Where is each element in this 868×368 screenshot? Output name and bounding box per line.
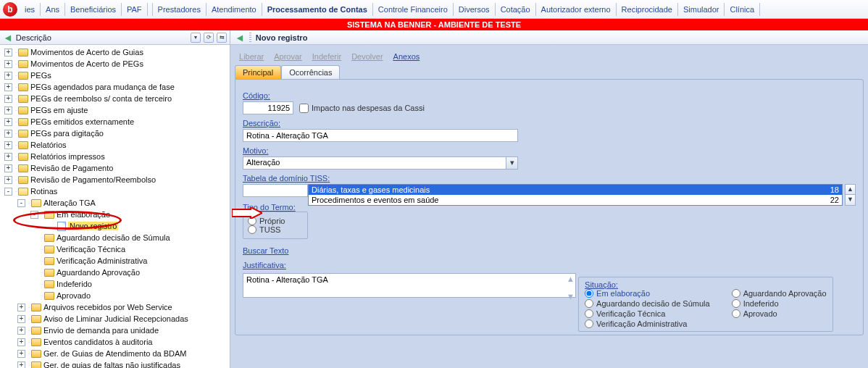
checkbox-impacto-box[interactable]	[299, 104, 309, 113]
tree-row[interactable]: +···PEGs emitidos externamente	[1, 116, 230, 127]
combo-motivo[interactable]: Alteração ▾	[243, 156, 518, 170]
menu-item[interactable]: ies	[22, 4, 38, 15]
tree-row[interactable]: +···Eventos candidatos à auditoria	[1, 336, 230, 348]
menu-item[interactable]: Reciprocidade	[619, 4, 675, 15]
textarea-down-icon[interactable]: ▼	[567, 292, 575, 301]
tree-expander[interactable]: +	[17, 338, 25, 346]
tree-row[interactable]: +···PEGs	[1, 70, 230, 81]
menu-item[interactable]: Ans	[43, 4, 62, 15]
tree-expander[interactable]: +	[4, 49, 12, 57]
dropdown-option[interactable]: Procedimentos e eventos em saúde 22	[309, 195, 842, 205]
tree-expander	[30, 280, 38, 288]
tree-row[interactable]: +···Revisão de Pagamento/Reembolso	[1, 174, 230, 185]
tree-label: Ger. de Guias de Atendimento da BDAM	[43, 349, 187, 358]
tree-row[interactable]: +···Aviso de Liminar Judicial Recepciona…	[1, 313, 230, 325]
tree-row[interactable]: -···Rotinas	[1, 185, 230, 197]
tab-ocorrencias[interactable]: Ocorrências	[281, 65, 340, 79]
nav-tree[interactable]: +···Movimentos de Acerto de Guias+···Mov…	[0, 45, 230, 368]
radio-aprovado[interactable]: Aprovado	[732, 309, 827, 318]
menu-item-active[interactable]: Processamento de Contas	[264, 4, 370, 15]
tree-connector: ···	[28, 317, 30, 321]
action-anexos[interactable]: Anexos	[393, 52, 420, 61]
tree-row[interactable]: ···Indeferido	[1, 278, 230, 290]
tree-expander[interactable]: +	[4, 176, 12, 184]
tree-row[interactable]: +···Relatórios impressos	[1, 151, 230, 162]
tree-expander[interactable]: +	[4, 95, 12, 103]
tree-row[interactable]: +···Envio de demanda para unidade	[1, 325, 230, 336]
menu-item[interactable]: Diversos	[456, 4, 493, 15]
menu-item[interactable]: Atendimento	[209, 4, 259, 15]
tree-row[interactable]: +···PEGs de reembolso s/ conta de tercei…	[1, 93, 230, 104]
radio-indeferido[interactable]: Indeferido	[732, 299, 827, 308]
dropdown-tiss[interactable]: Diárias, taxas e gases medicinais 18 Pro…	[308, 184, 843, 206]
form-title: Novo registro	[256, 33, 308, 42]
tree-expander[interactable]: +	[4, 130, 12, 138]
tree-row[interactable]: -···Em elaboração	[1, 209, 230, 220]
menu-item[interactable]: PAF	[124, 4, 145, 15]
checkbox-impacto[interactable]: Impacto nas despesas da Cassi	[299, 104, 425, 113]
tab-principal[interactable]: Principal	[235, 65, 281, 79]
radio-tuss[interactable]: TUSS	[248, 225, 303, 234]
tree-row[interactable]: ···Aguardando decisão de Súmula	[1, 232, 230, 243]
tree-row[interactable]: ···Aguardando Aprovação	[1, 267, 230, 278]
menu-item[interactable]: Beneficiários	[67, 4, 119, 15]
tree-expander[interactable]: +	[17, 304, 25, 311]
menu-item[interactable]: Controle Financeiro	[375, 4, 451, 15]
tree-row[interactable]: ···Verificação Administrativa	[1, 255, 230, 267]
tree-row[interactable]: +···Movimentos de Acerto de Guias	[1, 46, 230, 58]
input-tiss-code[interactable]	[243, 184, 308, 197]
tree-expander[interactable]: +	[17, 350, 25, 358]
tree-row[interactable]: +···Arquivos recebidos por Web Service	[1, 301, 230, 313]
dropdown-option[interactable]: Diárias, taxas e gases medicinais 18	[309, 185, 842, 195]
tree-expander[interactable]: +	[4, 83, 12, 91]
tree-row[interactable]: +···PEGs em ajuste	[1, 104, 230, 116]
tree-expander[interactable]: +	[4, 106, 12, 114]
tree-row[interactable]: ···Novo registro	[1, 220, 230, 232]
tree-expander[interactable]: +	[4, 72, 12, 80]
tree-expander[interactable]: -	[30, 211, 38, 219]
tree-expander[interactable]: +	[4, 153, 12, 161]
tree-expander[interactable]: +	[4, 141, 12, 149]
radio-em-elaboracao[interactable]: Em elaboração	[585, 289, 710, 298]
tree-row[interactable]: +···PEGs agendados para mudança de fase	[1, 81, 230, 93]
tiss-up-button[interactable]: ▲	[845, 184, 856, 195]
radio-aguardando-aprov[interactable]: Aguardando Aprovação	[732, 289, 827, 298]
textarea-up-icon[interactable]: ▲	[567, 275, 575, 283]
link-buscar-texto[interactable]: Buscar Texto	[243, 246, 288, 255]
menu-item[interactable]: Cotação	[498, 4, 533, 15]
radio-verif-admin[interactable]: Verificação Administrativa	[585, 319, 710, 328]
tree-row[interactable]: ···Verificação Técnica	[1, 243, 230, 255]
tree-row[interactable]: +···PEGs para digitação	[1, 127, 230, 139]
nav-back-icon[interactable]: ◄	[3, 33, 13, 43]
tree-expander[interactable]: +	[17, 361, 25, 369]
radio-verif-tecnica[interactable]: Verificação Técnica	[585, 309, 710, 318]
tree-row[interactable]: +···Ger. de Guias de Atendimento da BDAM	[1, 348, 230, 359]
tree-row[interactable]: -···Alteração TGA	[1, 197, 230, 209]
tree-row[interactable]: +···Ger. de guias de faltas não justific…	[1, 359, 230, 368]
tree-expander[interactable]: +	[17, 327, 25, 335]
input-codigo[interactable]	[243, 101, 293, 114]
tree-expander[interactable]: +	[17, 315, 25, 323]
radio-aguardando-sumula[interactable]: Aguardando decisão de Súmula	[585, 299, 710, 308]
tree-expander[interactable]: +	[4, 164, 12, 172]
tree-row[interactable]: +···Relatórios	[1, 139, 230, 151]
tree-expander[interactable]: -	[17, 199, 25, 207]
panel-tool-collapse[interactable]: ⇆	[217, 33, 227, 43]
menu-item[interactable]: Simulador	[680, 4, 722, 15]
menu-item[interactable]: Autorizador externo	[538, 4, 614, 15]
form-back-icon[interactable]: ◄	[235, 32, 245, 43]
input-descricao[interactable]	[243, 129, 518, 142]
menu-item[interactable]: Prestadores	[155, 4, 204, 15]
combo-motivo-button[interactable]: ▾	[506, 157, 517, 169]
tree-row[interactable]: +···Revisão de Pagamento	[1, 162, 230, 174]
textarea-justificativa[interactable]	[243, 273, 576, 298]
tree-expander[interactable]: +	[4, 60, 12, 68]
menu-item[interactable]: Clínica	[727, 4, 757, 15]
tree-connector: ···	[15, 73, 17, 78]
panel-tool-dropdown[interactable]: ▾	[191, 33, 201, 43]
tree-expander[interactable]: -	[4, 188, 12, 196]
tree-row[interactable]: +···Movimentos de Acerto de PEGs	[1, 58, 230, 70]
tree-expander[interactable]: +	[4, 118, 12, 126]
panel-tool-refresh[interactable]: ⟳	[204, 33, 214, 43]
tree-row[interactable]: ···Aprovado	[1, 290, 230, 301]
